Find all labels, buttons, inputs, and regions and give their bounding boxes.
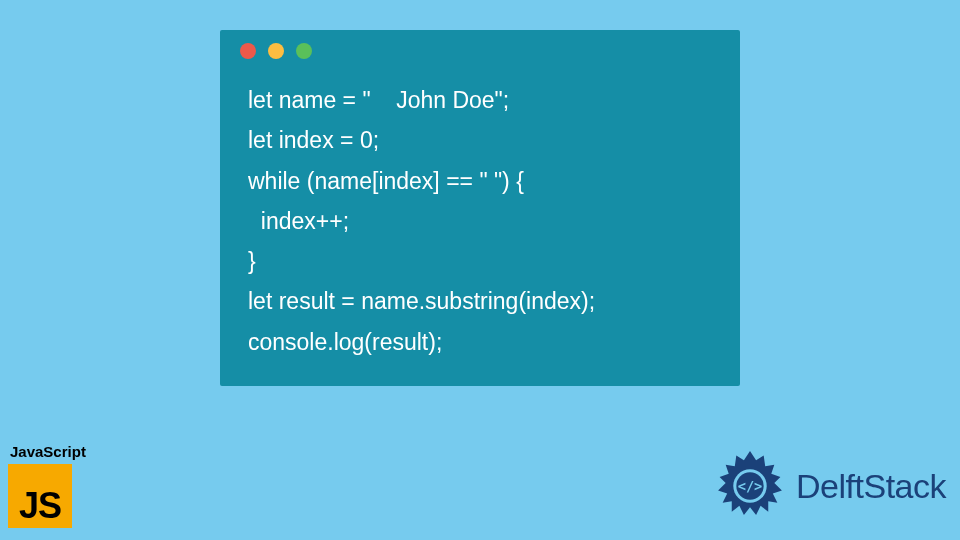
brand-name: DelftStack — [796, 467, 946, 506]
code-block: let name = " John Doe"; let index = 0; w… — [220, 72, 740, 362]
close-icon — [240, 43, 256, 59]
javascript-badge: JavaScript JS — [8, 443, 86, 528]
javascript-logo-icon: JS — [8, 464, 72, 528]
svg-text:</>: </> — [738, 478, 763, 494]
window-titlebar — [220, 30, 740, 72]
minimize-icon — [268, 43, 284, 59]
javascript-label: JavaScript — [10, 443, 86, 460]
delftstack-logo-icon: </> — [712, 448, 788, 524]
brand-badge: </> DelftStack — [712, 448, 946, 524]
code-window: let name = " John Doe"; let index = 0; w… — [220, 30, 740, 386]
javascript-logo-text: JS — [19, 488, 61, 524]
maximize-icon — [296, 43, 312, 59]
